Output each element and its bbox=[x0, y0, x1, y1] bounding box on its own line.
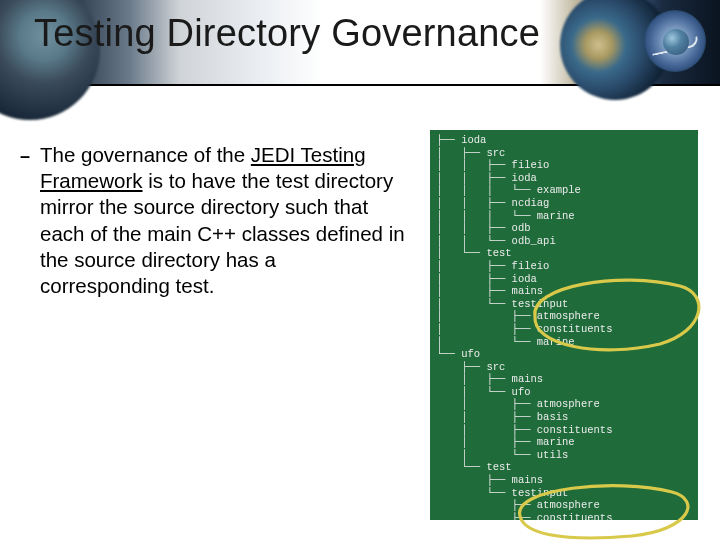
slide-title: Testing Directory Governance bbox=[34, 12, 540, 55]
para-text-pre: The governance of the bbox=[40, 143, 251, 166]
directory-tree: ├── ioda │ ├── src │ │ ├── fileio │ │ ├─… bbox=[430, 130, 698, 520]
slide-body: – The governance of the JEDI Testing Fra… bbox=[0, 86, 720, 540]
body-paragraph: The governance of the JEDI Testing Frame… bbox=[40, 142, 406, 299]
slide-header: Testing Directory Governance bbox=[0, 0, 720, 86]
logo-swoosh bbox=[650, 36, 699, 56]
org-logo bbox=[644, 10, 706, 72]
bullet-marker: – bbox=[20, 146, 30, 167]
